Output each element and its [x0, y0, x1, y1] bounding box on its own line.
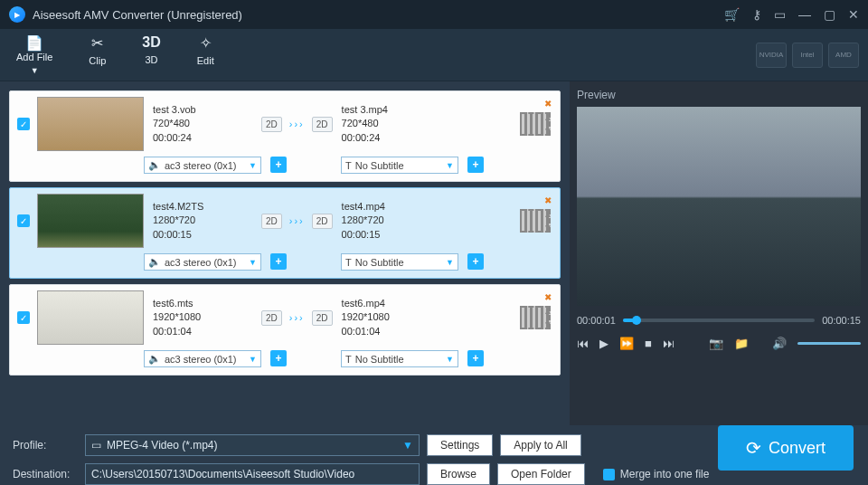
move-up-icon[interactable]: ▲	[543, 306, 552, 316]
snapshot-icon[interactable]: 📷	[709, 337, 723, 350]
clip-button[interactable]: ✂ Clip	[89, 34, 106, 75]
format-icon: ▭	[91, 439, 101, 452]
subtitle-dropdown[interactable]: T No Subtitle ▼	[341, 157, 458, 174]
destination-input[interactable]: C:\Users\20150713\Documents\Aiseesoft St…	[85, 463, 420, 485]
minimize-icon[interactable]	[798, 7, 811, 22]
prev-frame-icon[interactable]: ⏮	[577, 337, 589, 350]
arrow-icon: ›››	[289, 312, 305, 323]
chevron-down-icon: ▼	[402, 439, 413, 452]
target-info: test6.mp4 1920*1080 00:01:04	[342, 297, 450, 338]
audio-track-dropdown[interactable]: 🔈 ac3 stereo (0x1) ▼	[144, 157, 261, 174]
chevron-down-icon: ▼	[446, 258, 454, 267]
volume-icon[interactable]: 🔊	[772, 337, 787, 350]
item-checkbox[interactable]	[17, 311, 30, 324]
convert-label: Convert	[769, 439, 826, 458]
3d-label: 3D	[146, 54, 158, 65]
audio-track-dropdown[interactable]: 🔈 ac3 stereo (0x1) ▼	[144, 350, 261, 367]
add-subtitle-button[interactable]: +	[467, 253, 484, 270]
next-frame-icon[interactable]: ⏭	[663, 337, 675, 350]
subtitle-icon: T	[345, 160, 352, 171]
3d-button[interactable]: 3D 3D	[142, 34, 160, 75]
merge-label: Merge into one file	[620, 468, 710, 480]
source-name: test4.M2TS	[153, 200, 261, 214]
feedback-icon[interactable]	[774, 7, 786, 22]
subtitle-value: No Subtitle	[355, 160, 404, 171]
profile-value: MPEG-4 Video (*.mp4)	[107, 439, 218, 452]
preview-panel: Preview 00:00:01 00:00:15 ⏮ ▶ ⏩ ■ ⏭ 📷 📁 …	[570, 81, 868, 425]
thumbnail[interactable]	[37, 97, 144, 151]
source-info: test4.M2TS 1280*720 00:00:15	[153, 200, 261, 242]
file-item[interactable]: test4.M2TS 1280*720 00:00:15 2D ››› 2D t…	[9, 187, 561, 279]
remove-item-icon[interactable]: ✖	[544, 195, 552, 205]
move-down-icon[interactable]: ▼	[543, 319, 552, 329]
play-icon[interactable]: ▶	[599, 337, 609, 350]
audio-track-dropdown[interactable]: 🔈 ac3 stereo (0x1) ▼	[144, 253, 261, 271]
close-icon[interactable]	[848, 7, 859, 22]
move-up-icon[interactable]: ▲	[543, 209, 552, 219]
browse-button[interactable]: Browse	[427, 463, 490, 485]
subtitle-icon: T	[345, 354, 352, 365]
merge-checkbox[interactable]	[603, 469, 615, 480]
arrow-icon: ›››	[289, 215, 305, 226]
profile-dropdown[interactable]: ▭ MPEG-4 Video (*.mp4) ▼	[85, 434, 420, 456]
target-2d-badge: 2D	[312, 214, 333, 229]
window-title: Aiseesoft AMV Converter (Unregistered)	[33, 8, 242, 22]
chevron-down-icon: ▼	[249, 258, 257, 267]
move-down-icon[interactable]: ▼	[543, 223, 552, 233]
remove-item-icon[interactable]: ✖	[544, 99, 552, 109]
add-audio-button[interactable]: +	[270, 350, 287, 366]
add-audio-button[interactable]: +	[270, 157, 287, 173]
target-resolution: 1920*1080	[342, 310, 450, 324]
item-checkbox[interactable]	[17, 214, 30, 227]
open-folder-button[interactable]: Open Folder	[497, 463, 585, 485]
subtitle-dropdown[interactable]: T No Subtitle ▼	[341, 350, 458, 367]
time-total: 00:00:15	[822, 315, 861, 326]
thumbnail[interactable]	[37, 194, 144, 248]
target-duration: 00:00:15	[342, 228, 450, 242]
move-up-icon[interactable]: ▲	[543, 112, 552, 122]
move-down-icon[interactable]: ▼	[543, 126, 552, 136]
source-name: test6.mts	[153, 297, 261, 310]
source-name: test 3.vob	[153, 103, 261, 117]
add-subtitle-button[interactable]: +	[467, 157, 484, 173]
app-logo-icon	[9, 6, 25, 23]
buy-icon[interactable]	[724, 7, 740, 22]
maximize-icon[interactable]	[824, 7, 835, 22]
source-resolution: 720*480	[153, 117, 261, 130]
audio-track-value: ac3 stereo (0x1)	[165, 354, 236, 365]
settings-button[interactable]: Settings	[427, 434, 493, 456]
source-duration: 00:01:04	[153, 325, 261, 338]
item-checkbox[interactable]	[17, 118, 30, 130]
stop-icon[interactable]: ■	[645, 337, 652, 350]
volume-slider[interactable]	[797, 342, 861, 345]
subtitle-value: No Subtitle	[355, 354, 404, 365]
add-subtitle-button[interactable]: +	[467, 350, 484, 366]
edit-button[interactable]: ✧ Edit	[197, 34, 214, 75]
wand-icon: ✧	[200, 34, 212, 52]
seek-slider[interactable]	[623, 319, 815, 322]
add-audio-button[interactable]: +	[270, 253, 287, 270]
file-item[interactable]: test 3.vob 720*480 00:00:24 2D ››› 2D te…	[9, 90, 561, 182]
arrow-icon: ›››	[289, 119, 305, 129]
source-2d-badge: 2D	[261, 117, 282, 132]
convert-button[interactable]: Convert	[718, 425, 854, 471]
chevron-down-icon[interactable]: ▼	[31, 66, 39, 75]
chevron-down-icon: ▼	[249, 355, 257, 364]
source-resolution: 1280*720	[153, 214, 261, 227]
fast-forward-icon[interactable]: ⏩	[619, 337, 634, 350]
speaker-icon: 🔈	[148, 159, 161, 171]
remove-item-icon[interactable]: ✖	[544, 292, 552, 302]
subtitle-dropdown[interactable]: T No Subtitle ▼	[341, 253, 458, 271]
file-item[interactable]: test6.mts 1920*1080 00:01:04 2D ››› 2D t…	[9, 284, 561, 376]
gpu-intel-badge: Intel	[792, 43, 823, 68]
target-2d-badge: 2D	[312, 310, 333, 326]
register-icon[interactable]	[752, 7, 761, 22]
apply-to-all-button[interactable]: Apply to All	[500, 434, 580, 456]
thumbnail[interactable]	[37, 290, 144, 345]
scissors-icon: ✂	[91, 34, 103, 52]
source-duration: 00:00:24	[153, 131, 261, 145]
open-snapshot-folder-icon[interactable]: 📁	[734, 337, 749, 350]
preview-video[interactable]	[577, 107, 861, 306]
add-file-button[interactable]: 📄 Add File ▼	[16, 34, 52, 75]
toolbar: 📄 Add File ▼ ✂ Clip 3D 3D ✧ Edit NVIDIA …	[0, 29, 868, 81]
